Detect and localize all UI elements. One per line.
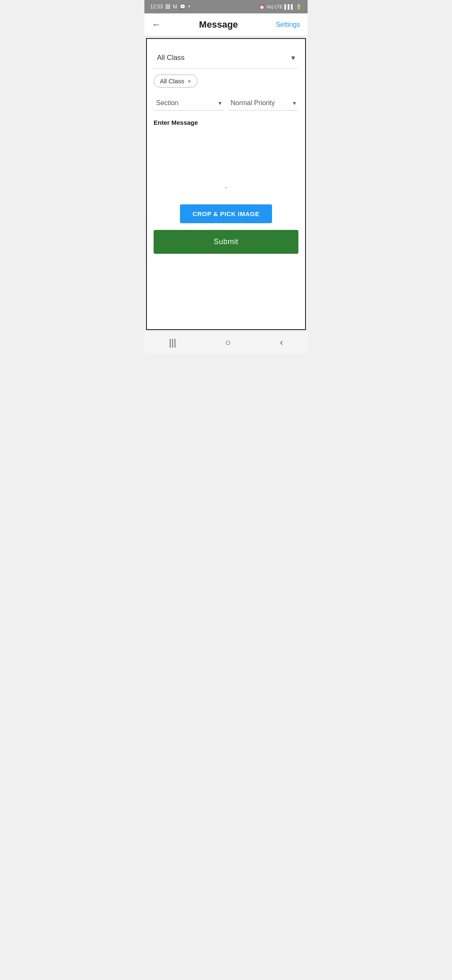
filter-row: Section ▾ Normal Priority ▾: [154, 96, 298, 111]
message-input[interactable]: [154, 131, 298, 181]
priority-label: Normal Priority: [231, 99, 275, 107]
gmail-icon: M: [173, 4, 177, 10]
main-content: All Class ▾ All Class × Section ▾ Normal…: [146, 38, 306, 330]
tag-container: All Class ×: [154, 75, 298, 88]
section-chevron-down-icon: ▾: [218, 100, 221, 106]
alarm-icon: ⏰: [259, 4, 265, 10]
nav-home-icon[interactable]: ○: [225, 337, 231, 348]
submit-button[interactable]: Submit: [154, 230, 298, 254]
message-section: Enter Message ·: [154, 119, 298, 192]
message-dot: ·: [154, 183, 298, 192]
settings-button[interactable]: Settings: [276, 21, 300, 28]
chevron-down-icon: ▾: [291, 53, 295, 62]
status-bar-left: 12:53 🖼 M 💬 •: [150, 4, 190, 10]
photo-icon: 🖼: [165, 4, 170, 10]
nav-menu-icon[interactable]: |||: [169, 337, 176, 348]
battery-icon: 🔋: [296, 4, 302, 10]
bottom-nav: ||| ○ ‹: [144, 332, 308, 353]
time: 12:53: [150, 4, 163, 10]
section-dropdown[interactable]: Section ▾: [154, 96, 224, 111]
vol-lte-icon: Vo) LTE: [267, 4, 283, 9]
class-dropdown-label: All Class: [157, 54, 185, 62]
dot-icon: •: [188, 4, 190, 10]
section-label: Section: [156, 99, 178, 107]
nav-back-icon[interactable]: ‹: [280, 337, 283, 348]
class-dropdown[interactable]: All Class ▾: [154, 47, 298, 69]
signal-icon: ▌▌▌: [285, 4, 294, 9]
status-bar: 12:53 🖼 M 💬 • ⏰ Vo) LTE ▌▌▌ 🔋: [144, 0, 308, 13]
chat-icon: 💬: [180, 4, 186, 10]
tag-label: All Class: [160, 77, 184, 85]
header: ← Message Settings: [144, 13, 308, 36]
page-title: Message: [199, 19, 238, 30]
tag-close-icon[interactable]: ×: [187, 78, 191, 85]
priority-chevron-down-icon: ▾: [293, 100, 296, 106]
class-tag: All Class ×: [154, 75, 198, 88]
priority-dropdown[interactable]: Normal Priority ▾: [228, 96, 298, 111]
message-label: Enter Message: [154, 119, 298, 126]
back-button[interactable]: ←: [152, 19, 161, 30]
crop-pick-image-button[interactable]: CROP & PICK IMAGE: [180, 204, 272, 223]
status-bar-right: ⏰ Vo) LTE ▌▌▌ 🔋: [259, 4, 302, 10]
